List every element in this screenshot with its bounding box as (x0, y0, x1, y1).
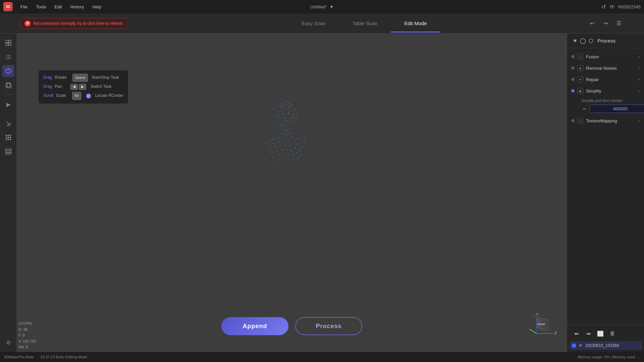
remove-noises-icon: ◈ (577, 65, 583, 71)
svg-point-147 (268, 182, 269, 183)
sync-icon[interactable]: ⟳ (610, 4, 614, 10)
svg-point-149 (281, 179, 282, 180)
menu-tools[interactable]: Tools (33, 3, 49, 11)
cursor-icon: ⬤ (86, 92, 91, 100)
refresh-icon[interactable]: ↺ (601, 4, 606, 10)
process-item-fusion[interactable]: ⬡ Fusion ▪ (567, 51, 644, 62)
remove-noises-dot (571, 66, 575, 70)
space-key: Space (72, 74, 88, 82)
svg-rect-32 (6, 151, 11, 153)
svg-point-54 (286, 101, 287, 102)
menu-help[interactable]: Help (89, 3, 105, 11)
process-button[interactable]: Process (295, 317, 362, 335)
svg-point-140 (288, 174, 289, 175)
svg-point-39 (294, 109, 295, 110)
undo-button[interactable]: ↩ (587, 18, 597, 28)
sidebar-grid-small-btn[interactable] (2, 37, 14, 49)
svg-point-164 (318, 193, 319, 194)
menu-edit[interactable]: Edit (51, 3, 65, 11)
menu-dots-button[interactable]: ☰ (614, 18, 624, 28)
svg-point-123 (290, 162, 291, 163)
svg-point-105 (288, 154, 289, 155)
tab-table-scan[interactable]: Table Scan (339, 18, 391, 29)
svg-point-64 (279, 118, 280, 119)
svg-point-55 (282, 105, 283, 106)
texturemapping-dot (571, 119, 575, 122)
svg-point-165 (283, 109, 284, 110)
svg-text:FRONT: FRONT (537, 323, 546, 325)
simplify-grid-label: Simplify grid face number (581, 99, 640, 103)
process-item-simplify[interactable]: ◆ Simplify ▪ (567, 85, 644, 97)
svg-point-94 (300, 150, 301, 151)
svg-point-97 (281, 149, 282, 150)
sidebar-brush-btn[interactable] (2, 117, 14, 129)
sidebar-settings-btn[interactable]: ⚙ (2, 337, 14, 349)
svg-point-57 (288, 113, 289, 114)
sidebar-cube-btn[interactable] (2, 65, 14, 77)
keyboard-hints: Drag Rotate Space Start/Stop Task Drag P… (39, 70, 128, 104)
texturemapping-lock-icon: ▪ (639, 119, 640, 123)
svg-point-11 (8, 58, 9, 59)
sidebar-dots-btn[interactable] (2, 51, 14, 63)
tab-easy-scan[interactable]: Easy Scan (288, 18, 339, 29)
svg-point-6 (9, 55, 10, 56)
export-btn[interactable]: ➡ (583, 328, 593, 339)
menu-history[interactable]: History (67, 3, 87, 11)
svg-point-81 (273, 143, 274, 144)
sidebar-layers-btn[interactable] (2, 145, 14, 158)
svg-point-135 (260, 182, 261, 183)
right-bottom-actions: ⬅ ➡ ⬜ 🗑 (569, 327, 642, 340)
svg-point-148 (274, 180, 275, 181)
process-list: ⬡ Fusion ▪ ◈ Remove Noises ▪ ✦ Repair ▪ … (567, 48, 644, 325)
svg-point-76 (297, 138, 298, 139)
sidebar-3d-box-btn[interactable] (2, 79, 14, 91)
svg-point-112 (291, 119, 291, 120)
svg-point-133 (305, 176, 306, 177)
object-name: 20230615_153359 (585, 343, 619, 348)
viewport[interactable]: Drag Rotate Space Start/Stop Task Drag P… (17, 34, 567, 352)
process-item-remove-noises[interactable]: ◈ Remove Noises ▪ (567, 62, 644, 74)
append-button[interactable]: Append (221, 317, 288, 335)
svg-point-143 (306, 180, 307, 181)
svg-rect-33 (6, 153, 11, 154)
menu-file[interactable]: File (17, 3, 31, 11)
svg-rect-29 (8, 139, 9, 140)
sidebar-grid-pattern-btn[interactable] (2, 131, 14, 143)
redo-button[interactable]: ↪ (600, 18, 610, 28)
svg-point-109 (289, 110, 289, 111)
f-value: F: 0 (18, 333, 36, 339)
simplify-icon: ◆ (577, 88, 583, 94)
svg-point-70 (290, 133, 291, 134)
simplify-value-input[interactable] (590, 105, 644, 113)
app-logo: 3D (3, 2, 13, 11)
svg-point-87 (302, 146, 303, 147)
object-list-item[interactable]: 👁 20230615_153359 (569, 341, 642, 350)
svg-point-91 (285, 145, 286, 146)
title-dropdown-icon[interactable]: ▼ (329, 4, 334, 9)
bottom-buttons: Append Process (221, 317, 362, 335)
simplify-minus-btn[interactable]: − (581, 106, 587, 112)
svg-point-107 (298, 157, 299, 158)
tabs-container: Easy Scan Table Scan Edit Mode (288, 18, 440, 29)
svg-point-50 (281, 104, 282, 105)
svg-point-156 (261, 188, 262, 189)
svg-point-43 (288, 107, 289, 108)
process-panel-title: Process (597, 38, 615, 44)
menu-center-title: Untitled* ▼ (310, 4, 334, 9)
svg-point-95 (271, 153, 272, 154)
svg-point-56 (283, 113, 284, 115)
copy-btn[interactable]: ⬜ (595, 328, 605, 339)
delete-btn[interactable]: 🗑 (607, 328, 618, 339)
process-item-texturemapping[interactable]: ⬡ TextureMapping ▪ (567, 115, 644, 126)
svg-rect-25 (6, 137, 7, 138)
object-visibility-icon: 👁 (579, 343, 583, 348)
tab-edit-mode[interactable]: Edit Mode (391, 18, 440, 29)
import-btn[interactable]: ⬅ (571, 328, 581, 339)
connection-warning[interactable]: ✕ Not connected normally, try to click h… (20, 18, 128, 29)
fusion-dot (571, 55, 575, 58)
process-item-repair[interactable]: ✦ Repair ▪ (567, 74, 644, 85)
stats-overlay: 0.0 FPS O: 38 F: 0 V: 101.753 Sel: 0 (18, 321, 36, 350)
svg-point-120 (273, 164, 274, 165)
sidebar-arrow-btn[interactable]: ▶ (2, 98, 14, 110)
fusion-label: Fusion (586, 54, 636, 59)
